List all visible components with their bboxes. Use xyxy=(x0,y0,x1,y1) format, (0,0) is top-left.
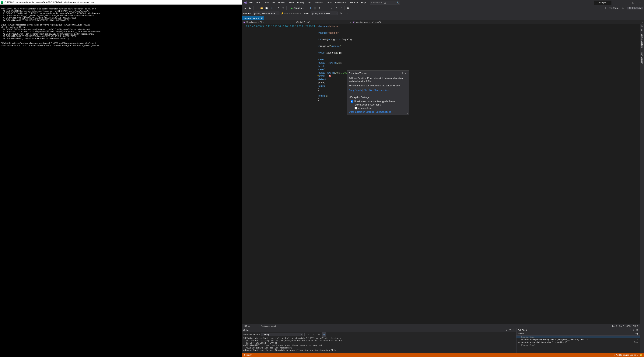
output-source-selector[interactable]: Debug xyxy=(261,333,303,336)
gear-icon[interactable]: ⚙ xyxy=(641,25,644,28)
line-indicator[interactable]: Ln: 6 xyxy=(612,325,617,327)
undo-button[interactable]: ↶ xyxy=(276,6,280,10)
copy-details-link[interactable]: Copy Details xyxy=(349,89,362,91)
scope-selector[interactable]: (Global Scope) xyxy=(295,20,352,24)
show-next-button[interactable]: → xyxy=(324,6,328,10)
callstack-dropdown-icon[interactable]: ▾ xyxy=(628,329,632,332)
callstack-col-name[interactable]: Name xyxy=(516,332,632,336)
feedback-button[interactable]: ☺ xyxy=(621,6,625,10)
callstack-pin-icon[interactable]: ⚲ xyxy=(632,329,635,332)
lineending-indicator[interactable]: CRLF xyxy=(633,325,638,327)
add-source-control-button[interactable]: ↑ Add to Source Control ▴ xyxy=(614,354,638,356)
output-clear-button[interactable]: ≡ xyxy=(306,333,310,337)
console-titlebar[interactable]: C:\MSDN\cpp-docs-pr\docs\c-language\ASAN… xyxy=(0,0,242,4)
menu-project[interactable]: Project xyxy=(277,0,287,5)
step-out-button[interactable]: ↗ xyxy=(339,6,344,10)
close-tab-icon[interactable]: ✕ xyxy=(261,17,263,19)
output-close-icon[interactable]: ✕ xyxy=(512,329,515,332)
callstack-row[interactable]: example1.exe!operator delete(void * ptr,… xyxy=(516,338,640,341)
menu-file[interactable]: File xyxy=(248,0,254,5)
menu-view[interactable]: View xyxy=(262,0,270,5)
stop-button[interactable]: ⬛ xyxy=(313,6,317,10)
exception-pin-icon[interactable]: ⚲ xyxy=(401,72,404,75)
menu-git[interactable]: Git xyxy=(270,0,276,5)
thread-selector[interactable]: [8184] Main Thread xyxy=(311,11,338,15)
liveshare-button[interactable]: ⇪ Live Share xyxy=(603,6,620,10)
notifications-button[interactable]: 🔔 xyxy=(640,354,642,356)
output-text[interactable]: SUMMARY: AddressSanitizer: alloc-dealloc… xyxy=(242,337,516,353)
output-misc-button[interactable]: ⊞ xyxy=(322,333,326,337)
indent-indicator[interactable]: SPC xyxy=(626,325,631,327)
except-module-checkbox[interactable]: example1.exe xyxy=(354,107,407,110)
output-pin-icon[interactable]: ⚲ xyxy=(508,329,512,332)
exception-settings-header[interactable]: Exception Settings xyxy=(349,96,407,99)
menu-edit[interactable]: Edit xyxy=(255,0,262,5)
error-stop-icon xyxy=(328,75,331,77)
step-over-button[interactable]: ↷ xyxy=(334,6,338,10)
upload-icon: ↑ xyxy=(614,354,615,356)
vs-logo-icon[interactable] xyxy=(243,0,248,5)
solution-explorer-tab[interactable]: Solution Explorer xyxy=(640,32,644,49)
char-indicator[interactable]: Ch: 5 xyxy=(619,325,624,327)
team-explorer-tab[interactable]: Team Explorer xyxy=(640,50,644,65)
callstack-body[interactable]: [External Code]example1.exe!operator del… xyxy=(516,336,640,353)
project-selector[interactable]: ▣ Miscellaneous Files xyxy=(242,20,295,24)
output-indent-button[interactable]: ≣ xyxy=(317,333,321,337)
start-liveshare-link[interactable]: Start Live Share session... xyxy=(364,89,390,91)
callstack-col-lang[interactable]: Lang xyxy=(632,332,640,336)
file-tab-example1[interactable]: example1.cpp ⚲ ✕ xyxy=(242,16,264,20)
menu-extensions[interactable]: Extensions xyxy=(334,0,348,5)
menu-analyze[interactable]: Analyze xyxy=(314,0,325,5)
quick-launch-search[interactable]: Search (Ctrl+Q) 🔍 xyxy=(370,0,400,5)
restart-button[interactable]: ⟳ xyxy=(318,6,322,10)
nav-fwd-button[interactable]: ▶ xyxy=(248,6,252,10)
menu-help[interactable]: Help xyxy=(360,0,368,5)
settings-icon[interactable]: ⚙ xyxy=(641,29,644,31)
lifecycle-events[interactable]: ⚡ Lifecycle Events ▾ xyxy=(281,12,301,14)
minimize-button[interactable]: ─ xyxy=(623,0,630,5)
menu-tools[interactable]: Tools xyxy=(325,0,333,5)
navigation-bar: ▣ Miscellaneous Files (Global Scope) ◧ m… xyxy=(242,20,644,24)
new-project-button[interactable]: ✦ xyxy=(255,6,259,10)
pin-icon[interactable]: ⚲ xyxy=(258,17,260,19)
console-output[interactable]: ========================================… xyxy=(0,4,242,47)
console-window: C:\MSDN\cpp-docs-pr\docs\c-language\ASAN… xyxy=(0,0,242,357)
menu-build[interactable]: Build xyxy=(287,0,295,5)
output-wrap-button[interactable]: ⤶ xyxy=(312,333,316,337)
nav-back-button[interactable]: ◀ xyxy=(243,6,248,10)
menu-debug[interactable]: Debug xyxy=(296,0,305,5)
save-button[interactable]: 💾 xyxy=(265,6,269,10)
zoom-level[interactable]: 111 % xyxy=(244,325,250,327)
callstack-row[interactable]: [External Code] xyxy=(516,336,640,338)
intpreview-badge: INT PREVIEW xyxy=(627,6,643,9)
maximize-button[interactable]: ▢ xyxy=(630,0,636,5)
redo-button[interactable]: ↷ xyxy=(281,6,285,10)
callstack-row[interactable]: ➪example1.exe!main(int argc, char * * ar… xyxy=(516,341,640,344)
continue-button[interactable]: ▶ Continue ▾ xyxy=(290,6,306,10)
open-file-button[interactable]: 📂 xyxy=(260,6,264,10)
close-button[interactable]: ✕ xyxy=(637,0,643,5)
bottom-panels: Output ▾ ⚲ ✕ Show output from: Debug ≡ xyxy=(242,328,640,353)
hex-button[interactable]: ⬢ xyxy=(346,6,350,10)
output-dropdown-icon[interactable]: ▾ xyxy=(505,329,508,332)
thread-flag-button[interactable]: ⚑ xyxy=(339,11,343,15)
callstack-row[interactable]: [External Code] xyxy=(516,344,640,347)
issues-status[interactable]: No issues found xyxy=(261,325,276,327)
open-exception-settings-link[interactable]: Open Exception Settings xyxy=(349,111,374,113)
menu-window[interactable]: Window xyxy=(348,0,359,5)
edit-conditions-link[interactable]: Edit Conditions xyxy=(376,111,391,113)
menu-test[interactable]: Test xyxy=(306,0,313,5)
resize-grip-icon[interactable]: ◢ xyxy=(407,112,408,114)
break-on-exception-checkbox[interactable]: Break when this exception type is thrown xyxy=(351,100,407,103)
function-selector[interactable]: ◧ main(int argc, char * argv[]) xyxy=(352,20,644,24)
process-selector[interactable]: [58104] example1.exe xyxy=(253,11,280,15)
thread-toggle1[interactable]: ⬚ xyxy=(345,11,349,15)
exception-close-icon[interactable]: ✕ xyxy=(404,72,408,75)
code-editor[interactable]: 1 2 3 4 5 6 7 8 9 10 11 12 13 14 15 16 1… xyxy=(242,24,640,324)
thread-toggle2[interactable]: ⬚ xyxy=(350,11,354,15)
process-label: Process: xyxy=(243,12,252,14)
breakall-button[interactable]: ⏸ xyxy=(308,6,312,10)
callstack-close-icon[interactable]: ✕ xyxy=(635,329,639,332)
save-all-button[interactable]: ⎘ xyxy=(270,6,274,10)
step-into-button[interactable]: ↘ xyxy=(330,6,334,10)
